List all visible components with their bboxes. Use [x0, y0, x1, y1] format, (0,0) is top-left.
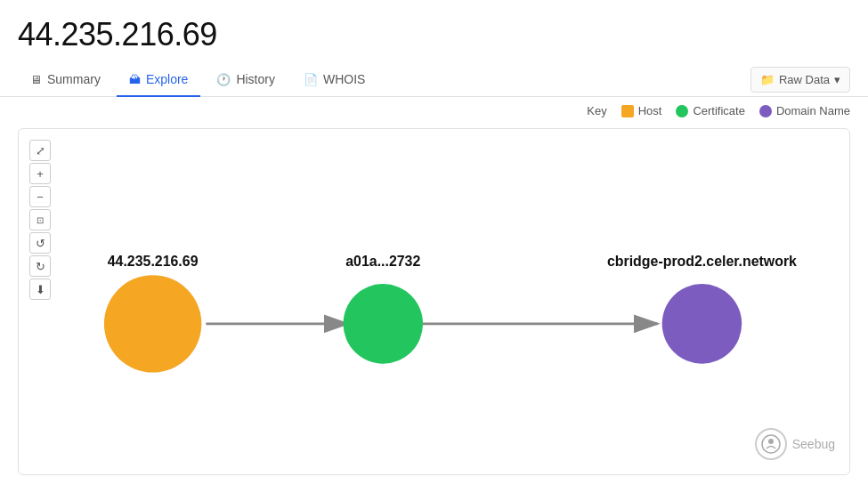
node-cert-circle[interactable]: [344, 284, 424, 364]
legend-domain: Domain Name: [759, 104, 850, 117]
zoom-out-button[interactable]: −: [29, 186, 51, 207]
graph-svg: 44.235.216.69 a01a...2732 cbridge-prod2.…: [19, 129, 849, 474]
seebug-icon: [755, 428, 787, 460]
raw-data-label: Raw Data: [779, 73, 830, 86]
seebug-watermark: Seebug: [755, 428, 835, 460]
tabs-left: 🖥 Summary 🏔 Explore 🕐 History 📄 WHOIS: [18, 62, 377, 96]
node-host-label: 44.235.216.69: [108, 254, 199, 269]
expand-button[interactable]: ⤢: [29, 140, 51, 161]
explore-icon: 🏔: [129, 73, 141, 86]
fit-button[interactable]: ⊡: [29, 209, 51, 230]
undo-button[interactable]: ↺: [29, 232, 51, 254]
domain-color-swatch: [759, 105, 772, 117]
zoom-in-button[interactable]: +: [29, 163, 51, 184]
node-domain-label: cbridge-prod2.celer.network: [607, 254, 797, 269]
domain-legend-label: Domain Name: [776, 104, 850, 117]
certificate-legend-label: Certificate: [693, 104, 745, 117]
raw-data-button[interactable]: 📁 Raw Data ▾: [750, 67, 850, 93]
legend-host: Host: [621, 104, 662, 117]
ip-address-title: 44.235.216.69: [18, 16, 850, 53]
whois-icon: 📄: [304, 73, 318, 86]
seebug-label: Seebug: [792, 437, 835, 451]
download-button[interactable]: ⬇: [29, 279, 51, 300]
host-color-swatch: [621, 105, 634, 117]
chevron-down-icon: ▾: [834, 73, 840, 86]
tab-explore-label: Explore: [146, 72, 188, 86]
tab-history[interactable]: 🕐 History: [204, 63, 288, 97]
graph-container: ⤢ + − ⊡ ↺ ↻ ⬇ 44.235.216.69 a01a...2732 …: [18, 128, 850, 475]
host-legend-label: Host: [638, 104, 662, 117]
tab-whois-label: WHOIS: [323, 72, 365, 86]
node-cert-label: a01a...2732: [345, 254, 420, 269]
tab-summary[interactable]: 🖥 Summary: [18, 63, 113, 97]
graph-controls: ⤢ + − ⊡ ↺ ↻ ⬇: [29, 140, 51, 300]
svg-point-2: [768, 439, 774, 444]
tab-explore[interactable]: 🏔 Explore: [117, 63, 200, 97]
node-host-circle[interactable]: [104, 275, 201, 372]
tab-summary-label: Summary: [47, 72, 101, 86]
legend-bar: Key Host Certificate Domain Name: [0, 97, 868, 125]
tab-whois[interactable]: 📄 WHOIS: [291, 63, 377, 97]
folder-icon: 📁: [760, 73, 775, 86]
tab-bar: 🖥 Summary 🏔 Explore 🕐 History 📄 WHOIS 📁 …: [0, 62, 868, 97]
tab-history-label: History: [236, 72, 275, 86]
node-domain-circle[interactable]: [662, 284, 742, 364]
key-label: Key: [587, 104, 606, 117]
legend-certificate: Certificate: [676, 104, 745, 117]
history-icon: 🕐: [216, 73, 231, 86]
redo-button[interactable]: ↻: [29, 255, 51, 277]
monitor-icon: 🖥: [30, 73, 42, 86]
page-header: 44.235.216.69: [0, 0, 868, 62]
certificate-color-swatch: [676, 105, 688, 117]
